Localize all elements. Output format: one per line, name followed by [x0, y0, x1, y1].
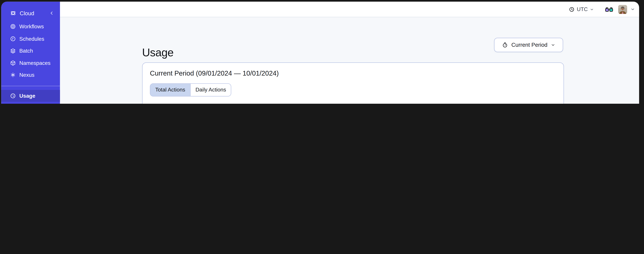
- nexus-icon: [10, 72, 16, 78]
- sidebar-item-label: Nexus: [19, 72, 34, 78]
- sidebar-item-nexus[interactable]: Nexus: [1, 69, 60, 81]
- chevron-down-icon: [551, 43, 555, 47]
- sidebar-item-label: Batch: [19, 48, 33, 54]
- sidebar-item-namespaces[interactable]: Namespaces: [1, 57, 60, 69]
- batch-icon: [10, 48, 16, 54]
- user-menu-chevron-icon[interactable]: [630, 7, 635, 12]
- sidebar-item-batch[interactable]: Batch: [1, 45, 60, 57]
- collapse-sidebar-icon[interactable]: [49, 11, 54, 16]
- chevron-down-icon: [590, 7, 594, 12]
- tab-total-actions[interactable]: Total Actions: [150, 84, 190, 96]
- namespaces-icon: [10, 60, 16, 66]
- card-title: Current Period (09/01/2024 — 10/01/2024): [150, 69, 279, 77]
- sidebar: Cloud WorkflowsSchedulesBatchNamespacesN…: [1, 2, 60, 104]
- page-title: Usage: [142, 46, 174, 59]
- timezone-label: UTC: [577, 6, 588, 12]
- browser-window: Cloud WorkflowsSchedulesBatchNamespacesN…: [1, 2, 639, 104]
- period-select-button[interactable]: Current Period: [494, 38, 563, 52]
- current-period-card: Current Period (09/01/2024 — 10/01/2024)…: [142, 62, 564, 104]
- sidebar-item-label: Namespaces: [19, 60, 50, 66]
- workflows-icon: [10, 24, 16, 30]
- sidebar-item-label: Usage: [19, 93, 35, 99]
- brand-label: Cloud: [20, 10, 34, 16]
- timezone-selector[interactable]: UTC: [569, 6, 594, 12]
- sidebar-item-usage[interactable]: Usage: [1, 90, 60, 102]
- sidebar-item-billing[interactable]: Billing: [1, 102, 60, 104]
- glasses-icon[interactable]: [604, 6, 614, 12]
- clock-icon: [569, 6, 574, 12]
- sidebar-group: WorkflowsSchedulesBatchNamespacesNexus: [1, 19, 60, 83]
- sidebar-item-label: Schedules: [19, 36, 44, 42]
- stopwatch-icon: [502, 42, 508, 48]
- main-content: Usage Current Period Current Period (09/…: [60, 17, 639, 104]
- period-button-label: Current Period: [512, 42, 548, 48]
- temporal-logo-icon: [10, 10, 16, 16]
- sidebar-group: UsageBillingSettings: [1, 86, 60, 104]
- sidebar-item-schedules[interactable]: Schedules: [1, 33, 60, 45]
- topbar: UTC: [60, 2, 639, 17]
- tab-daily-actions[interactable]: Daily Actions: [190, 84, 231, 96]
- sidebar-item-workflows[interactable]: Workflows: [1, 20, 60, 33]
- app-screenshot: Cloud WorkflowsSchedulesBatchNamespacesN…: [0, 0, 644, 104]
- usage-icon: [10, 93, 16, 99]
- sidebar-item-label: Workflows: [19, 24, 44, 30]
- sidebar-brand[interactable]: Cloud: [1, 7, 60, 19]
- avatar[interactable]: [618, 5, 627, 14]
- actions-tab-group: Total ActionsDaily Actions: [150, 83, 231, 96]
- schedules-icon: [10, 36, 16, 42]
